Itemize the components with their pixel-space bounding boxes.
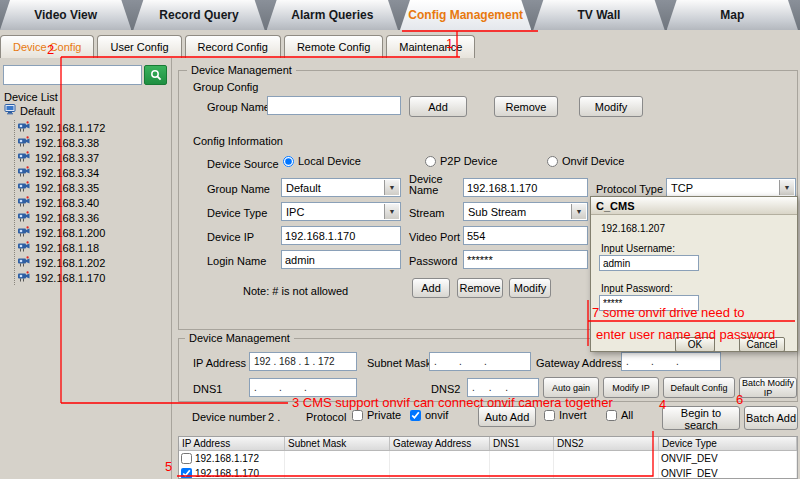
col-dns2[interactable]: DNS2: [554, 437, 659, 450]
tab-map[interactable]: Map: [667, 0, 798, 30]
col-device-type[interactable]: Device Type: [659, 437, 797, 450]
device-name-label: Device Name: [409, 174, 463, 196]
dialog-cancel-button[interactable]: Cancel: [739, 337, 785, 352]
begin-search-button[interactable]: Begin to search: [662, 406, 740, 430]
invert-checkbox[interactable]: Invert: [544, 409, 587, 421]
device-tree-item[interactable]: 192.168.3.36: [18, 210, 105, 225]
device-tree-item[interactable]: 192.168.3.40: [18, 195, 105, 210]
row-device-type: ONVIF_DEV: [661, 468, 718, 479]
search-button[interactable]: [144, 65, 167, 85]
device-tree-item[interactable]: 192.168.1.202: [18, 255, 105, 270]
row-checkbox[interactable]: [181, 468, 192, 479]
subnet-mask-field[interactable]: . . .: [429, 352, 531, 371]
col-ip-address[interactable]: IP Address: [179, 437, 285, 450]
radio-onvif-device-input[interactable]: [547, 156, 558, 167]
col-dns1[interactable]: DNS1: [490, 437, 554, 450]
device-tree-root[interactable]: Default: [4, 104, 55, 117]
stream-selected-value: Sub Stream: [468, 206, 526, 218]
device-tree-item[interactable]: 192.168.1.172: [18, 120, 105, 135]
radio-local-device-input[interactable]: [283, 156, 294, 167]
camera-icon: [18, 271, 31, 284]
group-remove-button[interactable]: Remove: [494, 96, 558, 117]
device-modify-button[interactable]: Modify: [509, 278, 551, 298]
modify-ip-button[interactable]: Modify IP: [603, 377, 659, 398]
invert-checkbox-label: Invert: [559, 409, 587, 421]
camera-icon: [18, 181, 31, 194]
tab-video-view[interactable]: Video View: [0, 0, 131, 30]
auto-gain-button[interactable]: Auto gain: [543, 377, 599, 398]
device-ip-input[interactable]: [281, 226, 401, 245]
radio-p2p-device-label: P2P Device: [440, 155, 497, 167]
row-checkbox[interactable]: [181, 453, 192, 464]
radio-local-device[interactable]: Local Device: [283, 155, 361, 167]
device-add-button[interactable]: Add: [412, 278, 450, 298]
batch-modify-ip-button[interactable]: Batch Modify IP: [739, 377, 797, 398]
search-icon: [150, 69, 162, 81]
protocol-type-select[interactable]: TCP▼: [666, 178, 796, 197]
private-checkbox[interactable]: Private: [352, 409, 401, 421]
device-name-input[interactable]: [463, 178, 588, 197]
group-name-select[interactable]: Default▼: [281, 178, 401, 197]
device-tree-item[interactable]: 192.168.3.37: [18, 150, 105, 165]
table-row[interactable]: 192.168.1.170 ONVIF_DEV: [179, 466, 797, 479]
device-tree-item[interactable]: 192.168.1.170: [18, 270, 105, 285]
video-port-label: Video Port: [409, 231, 460, 243]
batch-add-button[interactable]: Batch Add: [744, 406, 798, 430]
dialog-titlebar[interactable]: C_CMS: [591, 197, 797, 215]
video-port-input[interactable]: [463, 226, 588, 245]
radio-p2p-device-input[interactable]: [425, 156, 436, 167]
tab-maintenance[interactable]: Maintenance: [386, 35, 475, 58]
device-tree-item[interactable]: 192.168.3.34: [18, 165, 105, 180]
tab-tv-wall[interactable]: TV Wall: [533, 0, 664, 30]
tab-remote-config[interactable]: Remote Config: [284, 35, 383, 58]
tab-alarm-queries[interactable]: Alarm Queries: [267, 0, 398, 30]
private-checkbox-input[interactable]: [352, 410, 363, 421]
radio-p2p-device[interactable]: P2P Device: [425, 155, 497, 167]
tab-user-config[interactable]: User Config: [97, 35, 181, 58]
chevron-down-icon: ▼: [384, 180, 399, 195]
camera-icon: [18, 166, 31, 179]
device-search-input[interactable]: [3, 65, 142, 85]
login-name-input[interactable]: [281, 250, 401, 269]
onvif-checkbox[interactable]: onvif: [410, 409, 448, 421]
password-input[interactable]: [463, 250, 588, 269]
table-row[interactable]: 192.168.1.172 ONVIF_DEV: [179, 451, 797, 466]
dialog-password-input[interactable]: [599, 295, 699, 311]
device-tree-item[interactable]: 192.168.1.200: [18, 225, 105, 240]
col-subnet-mask[interactable]: Subnet Mask: [285, 437, 390, 450]
tab-device-config[interactable]: Device Config: [0, 35, 94, 58]
group-modify-button[interactable]: Modify: [579, 96, 643, 117]
onvif-checkbox-input[interactable]: [410, 410, 421, 421]
camera-icon: [18, 151, 31, 164]
device-ip-label: 192.168.3.40: [35, 197, 99, 209]
camera-icon: [18, 256, 31, 269]
invert-checkbox-input[interactable]: [544, 410, 555, 421]
tab-record-config[interactable]: Record Config: [185, 35, 281, 58]
dns1-field[interactable]: . . .: [249, 378, 357, 397]
gateway-address-field[interactable]: . . .: [621, 352, 721, 371]
dialog-username-input[interactable]: [599, 255, 699, 271]
device-type-select[interactable]: IPC▼: [281, 202, 401, 221]
radio-onvif-device[interactable]: Onvif Device: [547, 155, 624, 167]
config-information-label: Config Information: [193, 135, 283, 147]
all-checkbox-input[interactable]: [606, 410, 617, 421]
col-gateway-address[interactable]: Gateway Address: [390, 437, 490, 450]
device-tree-item[interactable]: 192.168.1.18: [18, 240, 105, 255]
tab-record-query[interactable]: Record Query: [133, 0, 264, 30]
device-tree-item[interactable]: 192.168.3.35: [18, 180, 105, 195]
ip-address-field[interactable]: 192 . 168 . 1 . 172: [249, 352, 357, 371]
subnet-mask-label: Subnet Mask: [367, 357, 431, 369]
device-tree-item[interactable]: 192.168.3.38: [18, 135, 105, 150]
all-checkbox[interactable]: All: [606, 409, 633, 421]
group-monitor-icon: [4, 104, 16, 117]
dialog-ok-button[interactable]: OK: [675, 337, 715, 352]
stream-select[interactable]: Sub Stream▼: [463, 202, 588, 221]
device-remove-button[interactable]: Remove: [457, 278, 503, 298]
all-checkbox-label: All: [621, 409, 633, 421]
group-name-input[interactable]: [267, 96, 401, 115]
default-config-button[interactable]: Default Config: [663, 377, 735, 398]
group-add-button[interactable]: Add: [409, 96, 467, 117]
tab-config-management[interactable]: Config Management: [400, 0, 531, 30]
dns2-field[interactable]: . . .: [467, 378, 539, 397]
auto-add-button[interactable]: Auto Add: [478, 406, 536, 427]
